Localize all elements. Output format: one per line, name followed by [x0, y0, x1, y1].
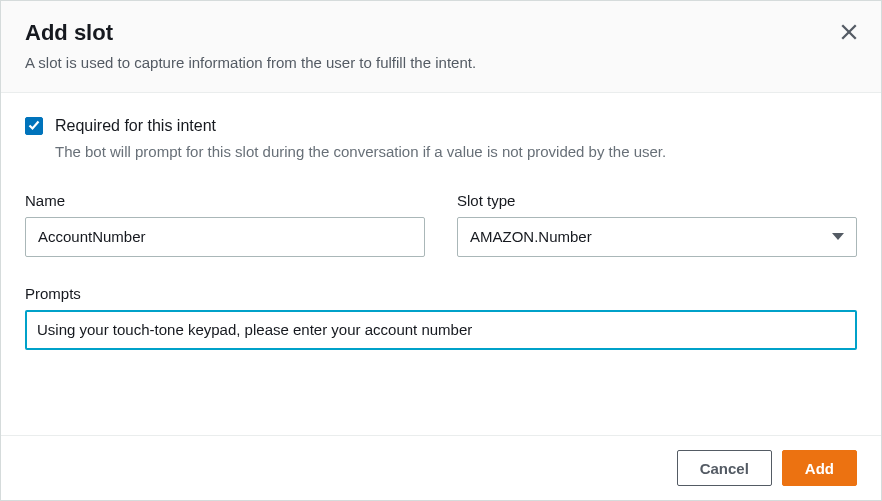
close-button[interactable] [835, 19, 863, 47]
dialog-subtitle: A slot is used to capture information fr… [25, 52, 857, 75]
caret-down-icon [832, 233, 844, 240]
prompts-input[interactable] [25, 310, 857, 350]
dialog-title: Add slot [25, 19, 857, 48]
required-checkbox-row: Required for this intent The bot will pr… [25, 115, 857, 164]
name-field: Name [25, 192, 425, 257]
slot-type-select[interactable]: AMAZON.Number [457, 217, 857, 257]
slot-type-label: Slot type [457, 192, 857, 209]
check-icon [27, 118, 41, 135]
required-checkbox[interactable] [25, 117, 43, 135]
form-row: Name Slot type AMAZON.Number [25, 192, 857, 257]
required-checkbox-label: Required for this intent [55, 115, 857, 137]
add-button[interactable]: Add [782, 450, 857, 486]
prompts-field: Prompts [25, 285, 857, 350]
dialog-header: Add slot A slot is used to capture infor… [1, 1, 881, 93]
close-icon [840, 23, 858, 44]
slot-type-value: AMAZON.Number [470, 228, 592, 245]
name-input[interactable] [25, 217, 425, 257]
required-checkbox-description: The bot will prompt for this slot during… [55, 141, 857, 164]
name-label: Name [25, 192, 425, 209]
prompts-label: Prompts [25, 285, 857, 302]
add-slot-dialog: Add slot A slot is used to capture infor… [0, 0, 882, 501]
required-text: Required for this intent The bot will pr… [55, 115, 857, 164]
slot-type-field: Slot type AMAZON.Number [457, 192, 857, 257]
dialog-body: Required for this intent The bot will pr… [1, 93, 881, 368]
cancel-button[interactable]: Cancel [677, 450, 772, 486]
dialog-footer: Cancel Add [1, 435, 881, 500]
